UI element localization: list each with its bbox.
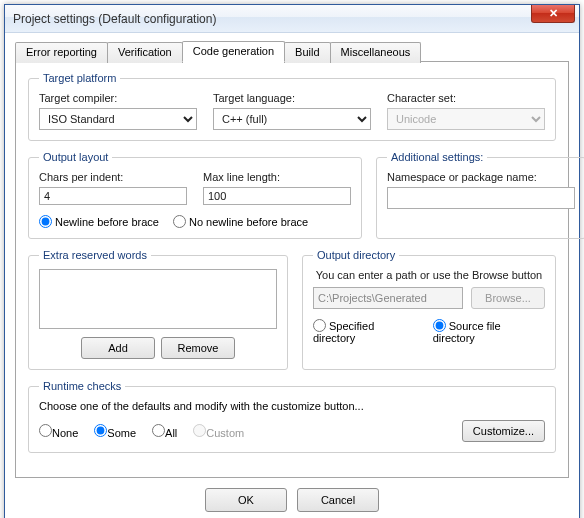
remove-button[interactable]: Remove xyxy=(161,337,235,359)
specified-directory-option[interactable]: Specified directory xyxy=(313,317,419,344)
reserved-words-group: Extra reserved words Add Remove xyxy=(28,249,288,370)
window-title: Project settings (Default configuration) xyxy=(13,12,216,26)
reserved-words-legend: Extra reserved words xyxy=(39,249,151,261)
namespace-label: Namespace or package name: xyxy=(387,171,575,183)
specified-directory-radio[interactable] xyxy=(313,319,326,332)
runtime-some-radio[interactable] xyxy=(94,424,107,437)
tab-miscellaneous[interactable]: Miscellaneous xyxy=(330,42,422,63)
output-layout-group: Output layout Chars per indent: Max line… xyxy=(28,151,362,239)
content-area: Error reporting Verification Code genera… xyxy=(5,33,579,518)
add-button[interactable]: Add xyxy=(81,337,155,359)
runtime-custom-radio xyxy=(193,424,206,437)
output-path-input xyxy=(313,287,463,309)
runtime-none-option[interactable]: None xyxy=(39,424,78,439)
tab-build[interactable]: Build xyxy=(284,42,330,63)
runtime-none-radio[interactable] xyxy=(39,424,52,437)
customize-button[interactable]: Customize... xyxy=(462,420,545,442)
runtime-all-radio[interactable] xyxy=(152,424,165,437)
no-newline-before-brace-radio[interactable] xyxy=(173,215,186,228)
max-line-length-label: Max line length: xyxy=(203,171,351,183)
output-layout-legend: Output layout xyxy=(39,151,112,163)
dialog-window: Project settings (Default configuration)… xyxy=(4,4,580,518)
runtime-checks-legend: Runtime checks xyxy=(39,380,125,392)
output-directory-hint: You can enter a path or use the Browse b… xyxy=(313,269,545,281)
dialog-footer: OK Cancel xyxy=(15,478,569,518)
runtime-custom-option: Custom xyxy=(193,424,244,439)
runtime-hint: Choose one of the defaults and modify wi… xyxy=(39,400,545,412)
close-icon: ✕ xyxy=(549,7,558,20)
additional-settings-group: Additional settings: Namespace or packag… xyxy=(376,151,584,239)
tab-panel-codegen: Target platform Target compiler: ISO Sta… xyxy=(15,61,569,478)
chars-per-indent-input[interactable] xyxy=(39,187,187,205)
namespace-input[interactable] xyxy=(387,187,575,209)
tab-code-generation[interactable]: Code generation xyxy=(182,41,285,62)
output-directory-legend: Output directory xyxy=(313,249,399,261)
target-language-select[interactable]: C++ (full) xyxy=(213,108,371,130)
max-line-length-input[interactable] xyxy=(203,187,351,205)
runtime-some-option[interactable]: Some xyxy=(94,424,136,439)
close-button[interactable]: ✕ xyxy=(531,5,575,23)
runtime-all-option[interactable]: All xyxy=(152,424,177,439)
target-compiler-select[interactable]: ISO Standard xyxy=(39,108,197,130)
target-compiler-label: Target compiler: xyxy=(39,92,197,104)
browse-button: Browse... xyxy=(471,287,545,309)
titlebar: Project settings (Default configuration)… xyxy=(5,5,579,33)
chars-per-indent-label: Chars per indent: xyxy=(39,171,187,183)
output-directory-group: Output directory You can enter a path or… xyxy=(302,249,556,370)
runtime-checks-group: Runtime checks Choose one of the default… xyxy=(28,380,556,453)
cancel-button[interactable]: Cancel xyxy=(297,488,379,512)
newline-before-brace-radio[interactable] xyxy=(39,215,52,228)
target-platform-legend: Target platform xyxy=(39,72,120,84)
character-set-select: Unicode xyxy=(387,108,545,130)
target-language-label: Target language: xyxy=(213,92,371,104)
additional-settings-legend: Additional settings: xyxy=(387,151,487,163)
newline-before-brace-option[interactable]: Newline before brace xyxy=(39,213,159,228)
character-set-label: Character set: xyxy=(387,92,545,104)
ok-button[interactable]: OK xyxy=(205,488,287,512)
no-newline-before-brace-option[interactable]: No newline before brace xyxy=(173,213,308,228)
tab-strip: Error reporting Verification Code genera… xyxy=(15,41,569,62)
tab-error-reporting[interactable]: Error reporting xyxy=(15,42,108,63)
source-file-directory-radio[interactable] xyxy=(433,319,446,332)
target-platform-group: Target platform Target compiler: ISO Sta… xyxy=(28,72,556,141)
source-file-directory-option[interactable]: Source file directory xyxy=(433,317,545,344)
tab-verification[interactable]: Verification xyxy=(107,42,183,63)
reserved-words-textarea[interactable] xyxy=(39,269,277,329)
